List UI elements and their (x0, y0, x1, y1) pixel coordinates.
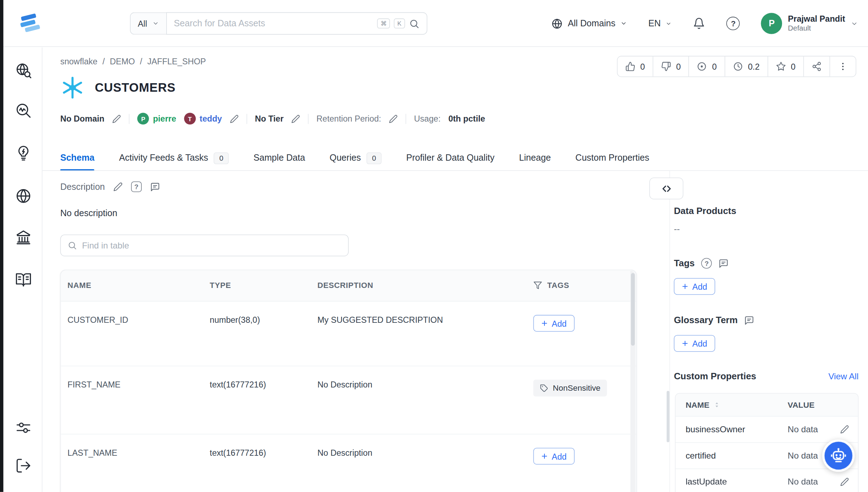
star-button[interactable]: 0 (768, 57, 804, 77)
left-sidebar (3, 48, 42, 492)
column-header-name[interactable]: NAME (61, 270, 203, 301)
table-scrollbar[interactable] (630, 271, 635, 492)
tab-schema[interactable]: Schema (60, 145, 94, 171)
add-tag-button[interactable]: Add (533, 315, 575, 332)
tab-sample-data[interactable]: Sample Data (254, 145, 305, 171)
breadcrumb-separator: / (140, 57, 142, 66)
sidebar-item-knowledge[interactable] (15, 271, 32, 289)
edit-owners-button[interactable] (230, 114, 239, 123)
description-help-button[interactable]: ? (131, 181, 142, 192)
user-menu[interactable]: P Prajwal Pandit Default (761, 13, 858, 34)
add-tag-button[interactable]: Add (533, 448, 575, 465)
cp-property-value: No data (778, 469, 858, 492)
sidebar-item-observability[interactable] (15, 102, 32, 119)
page-title: CUSTOMERS (95, 80, 175, 95)
cp-table-header: NAME VALUE (676, 394, 858, 416)
tag-chip-nonsensitive[interactable]: NonSensitive (533, 380, 607, 396)
plus-icon (541, 320, 548, 327)
tab-badge: 0 (214, 152, 229, 164)
help-button[interactable]: ? (727, 17, 740, 30)
add-label: Add (552, 451, 566, 461)
tab-lineage[interactable]: Lineage (519, 145, 550, 171)
sidebar-item-domains[interactable] (15, 187, 32, 205)
edit-domain-button[interactable] (112, 114, 121, 123)
breadcrumb-schema[interactable]: JAFFLE_SHOP (147, 57, 206, 66)
glossary-section-header: Glossary Term (674, 315, 754, 326)
column-header-type[interactable]: TYPE (203, 270, 311, 301)
language-dropdown[interactable]: EN (648, 18, 672, 28)
view-all-link[interactable]: View All (828, 371, 858, 381)
column-header-description[interactable]: DESCRIPTION (311, 270, 527, 301)
filter-icon[interactable] (533, 281, 542, 290)
notifications-button[interactable] (693, 17, 706, 30)
breadcrumb-database[interactable]: DEMO (110, 57, 135, 66)
tab-custom-properties[interactable]: Custom Properties (575, 145, 649, 171)
tab-queries[interactable]: Queries 0 (330, 145, 381, 171)
edit-property-button[interactable] (840, 425, 849, 434)
search-icon[interactable] (409, 18, 419, 29)
scrollbar-thumb[interactable] (631, 273, 635, 346)
logout-icon (15, 457, 32, 474)
layers-logo-icon (17, 11, 43, 36)
glossary-term-label: Glossary Term (674, 315, 738, 326)
find-in-table-input[interactable] (82, 240, 341, 250)
column-header-tags[interactable]: TAGS (527, 270, 636, 301)
tab-activity-feeds[interactable]: Activity Feeds & Tasks 0 (119, 145, 229, 171)
owner-initial: T (188, 115, 192, 122)
description-comments-button[interactable] (150, 182, 160, 192)
custom-properties-label: Custom Properties (674, 371, 756, 381)
tasks-button[interactable]: 0 (689, 57, 725, 77)
breadcrumb-service[interactable]: snowflake (60, 57, 98, 66)
divider (308, 114, 309, 124)
chevron-down-icon (152, 20, 159, 27)
custom-properties-header: Custom Properties View All (674, 371, 858, 381)
edit-retention-button[interactable] (389, 114, 398, 123)
edit-tier-button[interactable] (291, 114, 300, 123)
cp-header-name[interactable]: NAME (676, 394, 777, 416)
search-scope-select[interactable]: All (130, 12, 166, 35)
domains-dropdown[interactable]: All Domains (551, 17, 627, 29)
sidebar-item-govern[interactable] (15, 228, 32, 246)
chat-bot-button[interactable] (822, 439, 855, 472)
tag-icon (540, 384, 548, 392)
app-logo[interactable] (16, 9, 45, 38)
breadcrumb-separator: / (103, 57, 105, 66)
add-tags-button[interactable]: Add (674, 278, 715, 295)
tab-label: Schema (60, 153, 94, 163)
bell-icon (693, 17, 706, 30)
sort-arrows-icon[interactable] (713, 401, 721, 409)
sidebar-item-settings[interactable] (15, 419, 32, 437)
pencil-icon (112, 114, 121, 123)
robot-icon (830, 447, 847, 465)
add-label: Add (552, 319, 566, 328)
sidebar-item-explore[interactable] (15, 62, 32, 79)
panel-scrollbar-thumb[interactable] (667, 391, 669, 442)
collapse-panel-button[interactable] (649, 177, 683, 199)
data-products-value: -- (674, 224, 680, 234)
edit-property-button[interactable] (840, 477, 849, 486)
sidebar-item-insights[interactable] (15, 144, 32, 162)
tags-comments-button[interactable] (719, 258, 729, 268)
sidebar-item-logout[interactable] (15, 457, 32, 475)
glossary-comments-button[interactable] (744, 315, 754, 325)
domain-value: No Domain (60, 114, 104, 123)
more-actions-button[interactable] (830, 57, 856, 77)
owner-teddy: T teddy (184, 113, 222, 124)
add-glossary-term-button[interactable]: Add (674, 335, 715, 352)
cell-column-tags: NonSensitive (527, 366, 636, 403)
tab-profiler[interactable]: Profiler & Data Quality (406, 145, 495, 171)
upvote-button[interactable]: 0 (617, 57, 653, 77)
search-input[interactable] (174, 18, 374, 28)
owner-link-pierre[interactable]: pierre (153, 114, 177, 123)
downvote-button[interactable]: 0 (653, 57, 689, 77)
share-button[interactable] (804, 57, 830, 77)
tags-help-button[interactable]: ? (701, 258, 712, 269)
user-avatar: P (761, 13, 782, 34)
description-header: Description ? (60, 181, 160, 192)
star-icon (776, 62, 786, 71)
edit-description-button[interactable] (113, 182, 123, 192)
domains-label: All Domains (568, 18, 615, 28)
owner-link-teddy[interactable]: teddy (200, 114, 222, 123)
chevron-down-icon (620, 20, 627, 27)
version-button[interactable]: 0.2 (725, 57, 768, 77)
